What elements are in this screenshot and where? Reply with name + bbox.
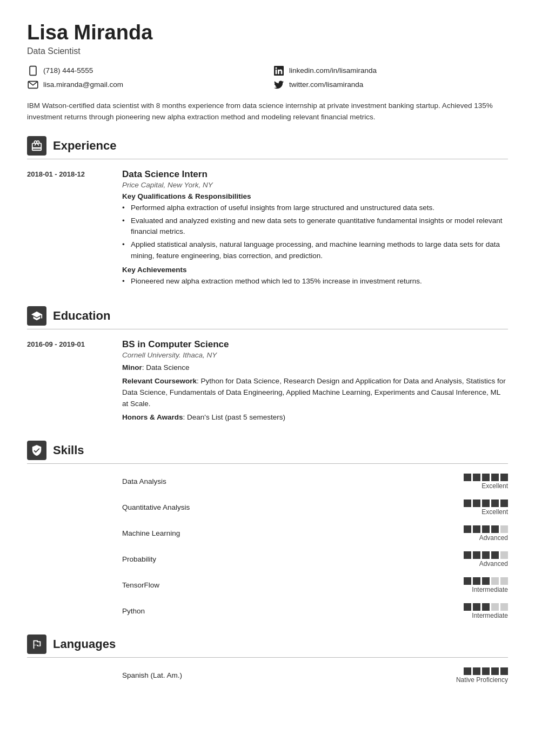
education-content: BS in Computer Science Cornell Universit… [122, 339, 508, 426]
skill-name: Quantitative Analysis [122, 503, 455, 511]
skill-level: Intermediate [472, 612, 508, 619]
skill-level: Native Proficiency [456, 676, 508, 684]
skill-level: Intermediate [472, 586, 508, 593]
skill-name: Machine Learning [122, 529, 455, 537]
qualifications-heading: Key Qualifications & Responsibilities [122, 192, 508, 200]
skill-entry: PythonIntermediate [27, 603, 508, 619]
skill-entry: TensorFlowIntermediate [27, 577, 508, 593]
email-address: lisa.miranda@gmail.com [43, 80, 123, 89]
skills-icon-box [27, 441, 46, 460]
resume-title: Data Scientist [27, 46, 508, 56]
qualification-item-2: Evaluated and analyzed existing and new … [122, 215, 508, 238]
education-title: Education [53, 309, 110, 323]
skills-header: Skills [27, 441, 508, 464]
achievements-list: Pioneered new alpha extraction method wh… [122, 276, 508, 287]
languages-header: Languages [27, 634, 508, 658]
skills-section: Skills Data AnalysisExcellentQuantitativ… [27, 441, 508, 619]
skill-bar: Excellent [464, 500, 508, 516]
qualification-item-3: Applied statistical analysis, natural la… [122, 239, 508, 261]
education-coursework: Relevant Coursework: Python for Data Sci… [122, 376, 508, 410]
skill-entry: ProbabilityAdvanced [27, 551, 508, 568]
skill-bar: Intermediate [464, 603, 508, 619]
skill-bar: Excellent [464, 474, 508, 490]
education-minor: Minor: Data Science [122, 362, 508, 374]
skill-entry: Spanish (Lat. Am.)Native Proficiency [27, 667, 508, 684]
experience-content: Data Science Intern Price Capital, New Y… [122, 169, 508, 292]
education-org: Cornell University. Ithaca, NY [122, 351, 508, 359]
education-degree: BS in Computer Science [122, 339, 508, 350]
experience-header: Experience [27, 136, 508, 159]
skill-bar: Intermediate [464, 577, 508, 593]
experience-icon-box [27, 136, 46, 156]
skill-name: Data Analysis [122, 477, 455, 485]
qualifications-list: Performed alpha extraction of useful ins… [122, 202, 508, 261]
skill-level: Excellent [482, 508, 508, 516]
phone-icon [27, 65, 39, 77]
education-section: Education 2016-09 - 2019-01 BS in Comput… [27, 306, 508, 426]
skills-title: Skills [53, 443, 84, 457]
education-honors: Honors & Awards: Dean's List (past 5 sem… [122, 412, 508, 423]
languages-title: Languages [53, 637, 116, 651]
linkedin-icon [273, 65, 285, 77]
experience-role: Data Science Intern [122, 169, 508, 180]
email-contact: lisa.miranda@gmail.com [27, 79, 262, 91]
email-icon [27, 79, 39, 91]
experience-org: Price Capital, New York, NY [122, 181, 508, 189]
svg-rect-0 [30, 66, 36, 75]
skill-name: Spanish (Lat. Am.) [122, 671, 447, 679]
languages-icon-box [27, 634, 46, 654]
skill-bar: Native Proficiency [456, 667, 508, 684]
education-entry: 2016-09 - 2019-01 BS in Computer Science… [27, 339, 508, 426]
skill-name: Probability [122, 555, 455, 563]
linkedin-url: linkedin.com/in/lisamiranda [289, 66, 377, 75]
twitter-url: twitter.com/lisamiranda [289, 80, 363, 89]
skill-bar: Advanced [464, 551, 508, 568]
contact-section: (718) 444-5555 linkedin.com/in/lisamiran… [27, 65, 508, 91]
achievement-item-1: Pioneered new alpha extraction method wh… [122, 276, 508, 287]
skill-level: Advanced [479, 560, 508, 568]
skill-name: TensorFlow [122, 581, 455, 589]
experience-entry: 2018-01 - 2018-12 Data Science Intern Pr… [27, 169, 508, 292]
experience-title: Experience [53, 139, 116, 153]
languages-list: Spanish (Lat. Am.)Native Proficiency [27, 667, 508, 684]
achievements-heading: Key Achievements [122, 266, 508, 274]
resume-name: Lisa Miranda [27, 22, 508, 44]
twitter-icon [273, 79, 285, 91]
skill-entry: Machine LearningAdvanced [27, 525, 508, 542]
linkedin-contact: linkedin.com/in/lisamiranda [273, 65, 508, 77]
skill-entry: Quantitative AnalysisExcellent [27, 500, 508, 516]
summary-text: IBM Watson-certified data scientist with… [27, 100, 508, 123]
skill-level: Advanced [479, 534, 508, 542]
qualification-item-1: Performed alpha extraction of useful ins… [122, 202, 508, 213]
education-date: 2016-09 - 2019-01 [27, 339, 113, 426]
experience-section: Experience 2018-01 - 2018-12 Data Scienc… [27, 136, 508, 292]
phone-number: (718) 444-5555 [43, 66, 93, 75]
education-icon-box [27, 306, 46, 326]
languages-section: Languages Spanish (Lat. Am.)Native Profi… [27, 634, 508, 684]
education-header: Education [27, 306, 508, 329]
skill-level: Excellent [482, 482, 508, 490]
experience-date: 2018-01 - 2018-12 [27, 169, 113, 292]
skill-name: Python [122, 607, 455, 615]
twitter-contact: twitter.com/lisamiranda [273, 79, 508, 91]
phone-contact: (718) 444-5555 [27, 65, 262, 77]
skill-entry: Data AnalysisExcellent [27, 474, 508, 490]
skill-bar: Advanced [464, 525, 508, 542]
skills-list: Data AnalysisExcellentQuantitative Analy… [27, 474, 508, 619]
